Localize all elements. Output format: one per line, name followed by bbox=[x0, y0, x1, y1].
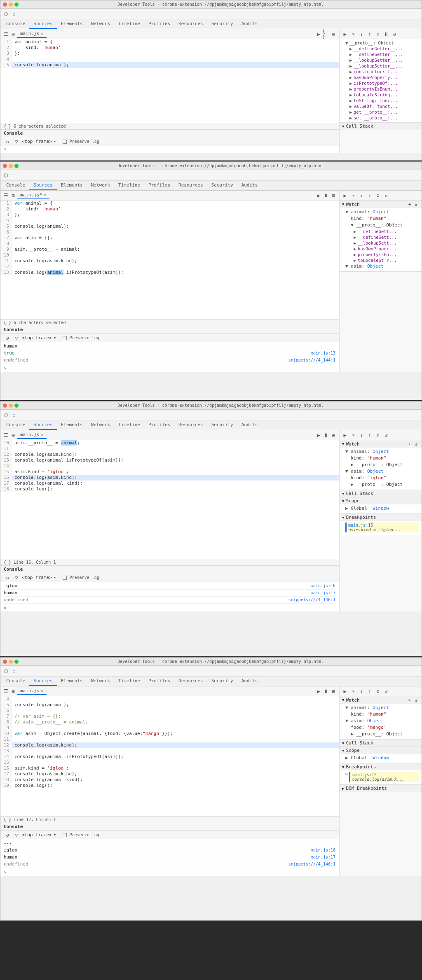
step-over-icon-3[interactable]: ↷ bbox=[349, 432, 357, 439]
console-src[interactable]: main.js:17 bbox=[311, 854, 335, 860]
preserve-log-check-2[interactable] bbox=[63, 336, 67, 340]
dom-breakpoints-header-4[interactable]: ▶ DOM Breakpoints bbox=[340, 785, 422, 792]
preserve-log-check-3[interactable] bbox=[63, 576, 67, 580]
scope-header-4[interactable]: ▼ Scope bbox=[340, 747, 422, 754]
maximize-button-3[interactable] bbox=[14, 404, 19, 408]
sidebar-toggle-3[interactable]: ☰ bbox=[2, 432, 9, 439]
expand-arrow[interactable]: ▶ bbox=[349, 109, 354, 115]
sidebar-toggle-4[interactable]: ☰ bbox=[2, 688, 9, 695]
deactivate-bp-icon-3[interactable]: ⊘ bbox=[374, 432, 382, 439]
pause-exceptions-icon-1[interactable]: ⏸ bbox=[382, 30, 390, 38]
expand-arrow[interactable]: ▶ bbox=[354, 234, 358, 240]
preserve-log-check-4[interactable] bbox=[63, 833, 67, 837]
inspect-icon-2[interactable]: ⬡ bbox=[2, 172, 9, 179]
refresh-icon-1[interactable]: ↺ bbox=[391, 30, 398, 38]
maximize-button[interactable] bbox=[14, 2, 19, 7]
expand-arrow[interactable]: ▶ bbox=[349, 69, 354, 75]
expand-arrow[interactable]: ▼ bbox=[345, 705, 348, 710]
filter-console-icon-1[interactable]: ▽ bbox=[13, 138, 20, 145]
expand-arrow[interactable]: ▶ bbox=[349, 98, 354, 103]
tab-console-2[interactable]: Console bbox=[2, 181, 29, 190]
preserve-log-check-1[interactable] bbox=[63, 140, 67, 144]
filter-icon-2[interactable]: ▽ bbox=[13, 334, 20, 342]
tab-timeline-4[interactable]: Timeline bbox=[114, 677, 144, 686]
pause-icon-2[interactable]: ⏸ bbox=[322, 192, 330, 199]
clear-console-icon-1[interactable]: ↺ bbox=[4, 138, 11, 145]
play-icon-2[interactable]: ▶ bbox=[341, 192, 349, 199]
file-tree-icon-4[interactable]: ⊞ bbox=[9, 688, 17, 695]
expand-arrow[interactable]: ▶ bbox=[349, 115, 354, 121]
close-button-4[interactable] bbox=[3, 660, 7, 664]
top-frame-dropdown-4[interactable]: ▾ bbox=[54, 832, 56, 838]
clear-icon-4[interactable]: ↺ bbox=[4, 831, 11, 839]
close-button[interactable] bbox=[3, 2, 7, 7]
breakpoints-header-4[interactable]: ▼ Breakpoints bbox=[340, 763, 422, 770]
device-icon[interactable]: ☐ bbox=[10, 10, 18, 18]
callstack-header-1[interactable]: ▼ Call Stack bbox=[340, 123, 422, 130]
watch-header-2[interactable]: ▼ Watch + ↺ bbox=[340, 201, 422, 208]
expand-arrow[interactable]: ▶ bbox=[349, 103, 354, 109]
step-over-icon-1[interactable]: ↷ bbox=[349, 30, 357, 38]
expand-arrow[interactable]: ▶ bbox=[345, 506, 348, 511]
console-src[interactable]: main.js:13 bbox=[311, 350, 335, 356]
step-out-icon-4[interactable]: ↑ bbox=[366, 688, 373, 695]
expand-arrow[interactable]: ▶ bbox=[351, 482, 354, 487]
expand-arrow[interactable]: ▶ bbox=[354, 257, 358, 263]
pause-icon-3[interactable]: ⏸ bbox=[322, 432, 330, 439]
run-icon-1[interactable]: ▶ bbox=[315, 30, 322, 38]
expand-arrow[interactable]: ▼ bbox=[345, 449, 348, 454]
breakpoints-header-3[interactable]: ▼ Breakpoints bbox=[340, 514, 422, 521]
tab-resources-4[interactable]: Resources bbox=[174, 677, 207, 686]
step-out-icon-3[interactable]: ↑ bbox=[366, 432, 373, 439]
device-icon-3[interactable]: ☐ bbox=[10, 411, 18, 419]
clear-icon-3[interactable]: ↺ bbox=[4, 574, 11, 581]
tab-sources-4[interactable]: Sources bbox=[29, 677, 56, 686]
refresh-watch-icon-4[interactable]: ↺ bbox=[413, 697, 419, 703]
search-icon-4[interactable]: ⊞ bbox=[330, 688, 337, 695]
device-icon-2[interactable]: ☐ bbox=[10, 172, 18, 179]
tab-profiles-2[interactable]: Profiles bbox=[144, 181, 174, 190]
tab-elements-1[interactable]: Elements bbox=[57, 19, 87, 29]
callstack-header-4[interactable]: ▼ Call Stack bbox=[340, 740, 422, 747]
tab-network-4[interactable]: Network bbox=[87, 677, 114, 686]
add-watch-icon-3[interactable]: + bbox=[407, 441, 413, 447]
console-src[interactable]: snippets:///4_146:1 bbox=[288, 597, 335, 603]
watch-header-3[interactable]: ▼ Watch + ↺ bbox=[340, 440, 422, 448]
minimize-button-2[interactable] bbox=[9, 164, 13, 168]
expand-arrow[interactable]: ▶ bbox=[349, 51, 354, 57]
expand-arrow[interactable]: ▼ bbox=[351, 222, 354, 228]
expand-arrow[interactable]: ▶ bbox=[349, 63, 354, 69]
play-icon-3[interactable]: ▶ bbox=[341, 432, 349, 439]
search-icon-2[interactable]: ⊞ bbox=[330, 192, 337, 199]
add-watch-icon-2[interactable]: + bbox=[407, 201, 413, 207]
step-out-icon-1[interactable]: ↑ bbox=[366, 30, 373, 38]
filter-icon-3[interactable]: ▽ bbox=[13, 574, 20, 581]
expand-arrow[interactable]: ▶ bbox=[354, 240, 358, 246]
console-src[interactable]: snippets:///4_144:1 bbox=[288, 357, 335, 363]
expand-arrow[interactable]: ▶ bbox=[351, 462, 354, 467]
step-into-icon-2[interactable]: ↓ bbox=[358, 192, 365, 199]
scope-header-3[interactable]: ▼ Scope bbox=[340, 497, 422, 504]
top-frame-dropdown-1[interactable]: ▾ bbox=[54, 139, 56, 144]
tab-resources-2[interactable]: Resources bbox=[174, 181, 207, 190]
tab-sources-1[interactable]: Sources bbox=[29, 19, 56, 29]
run-icon-4[interactable]: ▶ bbox=[315, 688, 322, 695]
tab-profiles-3[interactable]: Profiles bbox=[144, 420, 174, 430]
search-icon-3[interactable]: ⊞ bbox=[330, 432, 337, 439]
expand-arrow[interactable]: ▼ bbox=[345, 718, 348, 723]
tab-security-1[interactable]: Security bbox=[207, 19, 237, 29]
file-tab-mainjs-3[interactable]: main.js ✕ bbox=[17, 431, 47, 439]
console-src[interactable]: snippets:///4_146:1 bbox=[288, 861, 335, 867]
file-tree-icon-3[interactable]: ⊞ bbox=[9, 432, 17, 439]
tab-timeline-1[interactable]: Timeline bbox=[114, 19, 144, 29]
tab-elements-3[interactable]: Elements bbox=[57, 420, 87, 430]
tab-console-1[interactable]: Console bbox=[2, 19, 29, 29]
console-src[interactable]: main.js:16 bbox=[311, 847, 335, 853]
maximize-button-4[interactable] bbox=[14, 660, 19, 664]
sidebar-toggle-2[interactable]: ☰ bbox=[2, 192, 9, 199]
console-src[interactable]: main.js:17 bbox=[311, 590, 335, 596]
close-button-3[interactable] bbox=[3, 404, 7, 408]
expand-arrow[interactable]: ▶ bbox=[345, 755, 348, 761]
step-into-icon-1[interactable]: ↓ bbox=[358, 30, 365, 38]
file-close-2[interactable]: ✕ bbox=[44, 193, 46, 197]
